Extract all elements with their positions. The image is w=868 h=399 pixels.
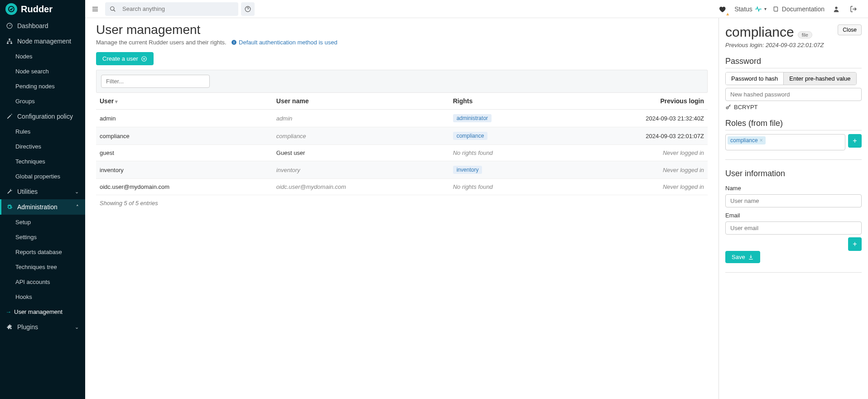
sidebar-item-global-properties[interactable]: Global properties [0, 169, 85, 184]
cell-user: compliance [96, 127, 273, 145]
close-panel-button[interactable]: Close [838, 24, 862, 35]
column-header-previous-login[interactable]: Previous login [557, 93, 708, 110]
status-label: Status [734, 5, 752, 13]
status-dropdown[interactable]: Status ▾ [734, 5, 767, 13]
userinfo-section-title: User information [725, 169, 862, 180]
sidebar: Rudder Dashboard Node management Nodes N… [0, 0, 85, 399]
cell-username: inventory [273, 161, 449, 179]
cell-user: inventory [96, 161, 273, 179]
sidebar-label: Dashboard [17, 22, 48, 29]
health-button[interactable]: ▲ [716, 3, 728, 15]
wrench-icon [6, 188, 14, 195]
sidebar-label: Node management [17, 38, 71, 45]
remove-role-icon[interactable]: × [760, 137, 763, 144]
table-row[interactable]: compliance compliance compliance 2024-09… [96, 127, 708, 145]
password-mode-toggle: Password to hash Enter pre-hashed value [725, 72, 857, 85]
sidebar-item-setup[interactable]: Setup [0, 215, 85, 230]
save-button[interactable]: Save [725, 251, 760, 263]
cell-rights: No rights found [449, 179, 558, 195]
create-user-button[interactable]: Create a user [96, 52, 154, 65]
cell-rights: compliance [449, 127, 558, 145]
divider [725, 159, 862, 160]
sidebar-item-utilities[interactable]: Utilities ⌄ [0, 184, 85, 199]
brand-name: Rudder [21, 4, 53, 14]
cell-prev-login: 2024-09-03 22:01:07Z [557, 127, 708, 145]
brand-logo[interactable]: Rudder [0, 0, 85, 18]
table-row[interactable]: oidc.user@mydomain.com oidc.user@mydomai… [96, 179, 708, 195]
table-footer: Showing 5 of 5 entries [96, 195, 708, 211]
sidebar-item-settings[interactable]: Settings [0, 230, 85, 245]
info-icon: i [231, 39, 239, 46]
svg-rect-3 [7, 43, 8, 44]
search-input[interactable] [121, 3, 238, 15]
rudder-logo-icon [5, 3, 17, 15]
sidebar-item-nodes[interactable]: Nodes [0, 49, 85, 64]
heartbeat-icon [754, 5, 762, 13]
sidebar-item-plugins[interactable]: Plugins ⌄ [0, 319, 85, 335]
column-header-rights[interactable]: Rights [449, 93, 558, 110]
svg-point-5 [111, 6, 114, 10]
sidebar-item-administration[interactable]: Administration ˄ [0, 199, 85, 215]
panel-title: compliance [725, 24, 794, 40]
pre-hashed-value-tab[interactable]: Enter pre-hashed value [783, 72, 856, 85]
sidebar-item-dashboard[interactable]: Dashboard [0, 18, 85, 34]
cell-username: oidc.user@mydomain.com [273, 179, 449, 195]
column-header-username[interactable]: User name [273, 93, 449, 110]
user-menu-button[interactable] [831, 4, 842, 14]
sidebar-item-configuration-policy[interactable]: Configuration policy [0, 109, 85, 124]
chevron-down-icon: ▾ [764, 6, 767, 11]
chevron-down-icon: ⌄ [75, 324, 79, 330]
cell-prev-login: Never logged in [557, 161, 708, 179]
sidebar-item-user-management[interactable]: → User management [0, 304, 85, 319]
sidebar-item-techniques[interactable]: Techniques [0, 154, 85, 169]
email-label: Email [725, 212, 862, 219]
role-chip: compliance × [728, 136, 766, 144]
auth-method-link[interactable]: Default authentication method is used [239, 39, 338, 46]
sidebar-item-rules[interactable]: Rules [0, 124, 85, 139]
sidebar-item-directives[interactable]: Directives [0, 139, 85, 154]
menu-toggle-button[interactable] [90, 4, 101, 14]
cell-rights: administrator [449, 110, 558, 127]
plus-circle-icon [141, 56, 147, 62]
password-section-title: Password [725, 57, 862, 68]
cell-rights: inventory [449, 161, 558, 179]
sidebar-item-pending-nodes[interactable]: Pending nodes [0, 79, 85, 94]
table-row[interactable]: admin admin administrator 2024-09-03 21:… [96, 110, 708, 127]
password-input[interactable] [725, 88, 862, 101]
user-detail-panel: compliance file Close Previous login: 20… [719, 18, 868, 399]
table-row[interactable]: inventory inventory inventory Never logg… [96, 161, 708, 179]
svg-point-7 [835, 6, 837, 9]
column-header-user[interactable]: User [96, 93, 273, 110]
chevron-up-icon: ˄ [76, 204, 79, 210]
cell-user: admin [96, 110, 273, 127]
table-row[interactable]: guest Guest user No rights found Never l… [96, 145, 708, 161]
filter-input[interactable] [101, 75, 210, 88]
password-to-hash-tab[interactable]: Password to hash [726, 72, 783, 85]
sidebar-item-node-management[interactable]: Node management [0, 34, 85, 49]
key-icon [725, 104, 731, 110]
email-input[interactable] [725, 221, 862, 235]
cell-prev-login: Never logged in [557, 145, 708, 161]
documentation-link[interactable]: Documentation [773, 5, 825, 13]
sidebar-item-api-accounts[interactable]: API accounts [0, 274, 85, 289]
previous-login-text: Previous login: 2024-09-03 22:01:07Z [725, 42, 862, 48]
help-button[interactable] [241, 2, 255, 16]
page-subtitle: Manage the current Rudder users and thei… [96, 39, 708, 46]
sidebar-item-node-search[interactable]: Node search [0, 64, 85, 79]
search-icon [105, 6, 121, 12]
svg-text:i: i [234, 40, 235, 44]
page-title: User management [96, 23, 708, 37]
cell-rights: No rights found [449, 145, 558, 161]
sidebar-item-techniques-tree[interactable]: Techniques tree [0, 260, 85, 274]
roles-input[interactable]: compliance × [725, 134, 845, 150]
topbar: ▲ Status ▾ Documentation [85, 0, 868, 18]
sidebar-item-reports-database[interactable]: Reports database [0, 245, 85, 260]
name-input[interactable] [725, 194, 862, 207]
logout-button[interactable] [848, 4, 859, 14]
cell-username: admin [273, 110, 449, 127]
main-content: User management Manage the current Rudde… [85, 18, 719, 399]
sidebar-item-groups[interactable]: Groups [0, 94, 85, 109]
add-role-button[interactable]: + [848, 134, 862, 148]
add-info-button[interactable]: + [848, 237, 862, 251]
sidebar-item-hooks[interactable]: Hooks [0, 289, 85, 304]
